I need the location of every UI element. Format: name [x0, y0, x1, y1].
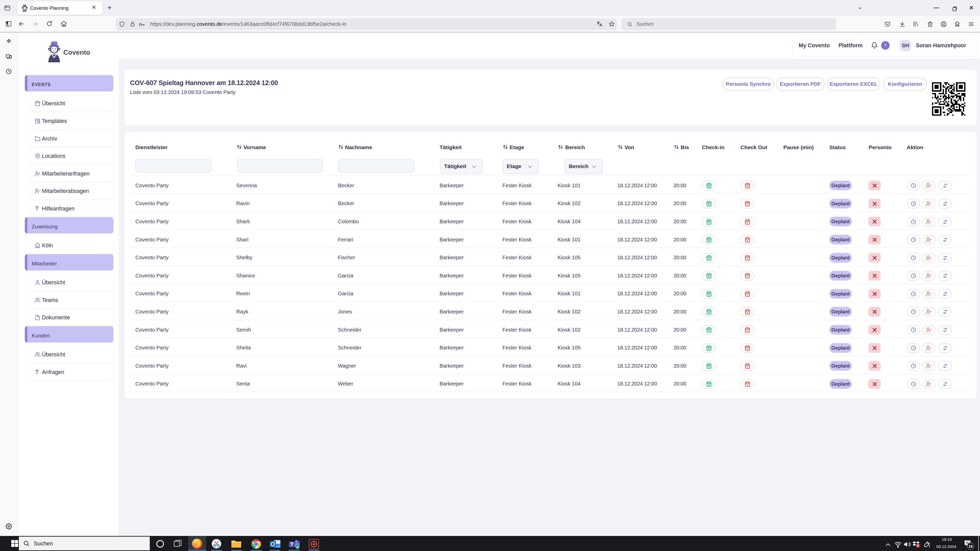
svg-text:A: A: [929, 24, 931, 26]
